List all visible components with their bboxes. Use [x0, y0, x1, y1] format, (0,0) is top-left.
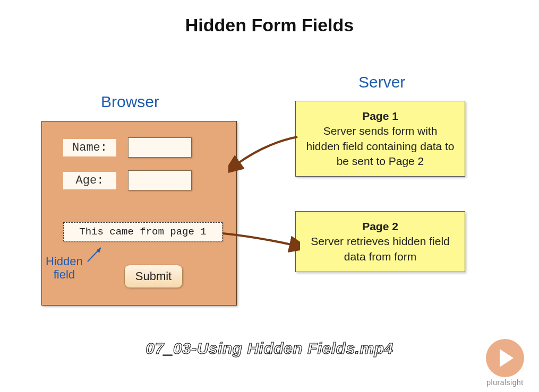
filename-caption: 07_03-Using Hidden Fields.mp4	[0, 339, 539, 358]
brand-text: pluralsight	[478, 378, 532, 387]
form-row-name: Name:	[63, 137, 192, 158]
page2-title: Page 2	[305, 219, 455, 234]
submit-button[interactable]: Submit	[124, 265, 183, 288]
form-row-age: Age:	[63, 170, 192, 190]
page1-title: Page 1	[305, 109, 455, 124]
arrow-page1-to-browser	[228, 133, 303, 175]
hidden-field-annotation: Hiddenfield	[46, 255, 83, 282]
age-input[interactable]	[128, 170, 192, 190]
play-icon[interactable]	[486, 339, 524, 377]
page1-desc: Server sends form with hidden field cont…	[306, 125, 454, 167]
hidden-field-box: This came from page 1	[63, 222, 223, 241]
age-label: Age:	[63, 172, 116, 189]
server-page2-box: Page 2 Server retrieves hidden field dat…	[295, 211, 465, 272]
server-label: Server	[358, 73, 405, 91]
browser-label: Browser	[101, 93, 159, 111]
brand-mark: pluralsight	[478, 339, 532, 387]
name-input[interactable]	[128, 137, 192, 158]
name-label: Name:	[63, 139, 116, 156]
slide-title: Hidden Form Fields	[0, 15, 539, 36]
server-page1-box: Page 1 Server sends form with hidden fie…	[295, 101, 465, 177]
page2-desc: Server retrieves hidden field data from …	[311, 235, 449, 262]
